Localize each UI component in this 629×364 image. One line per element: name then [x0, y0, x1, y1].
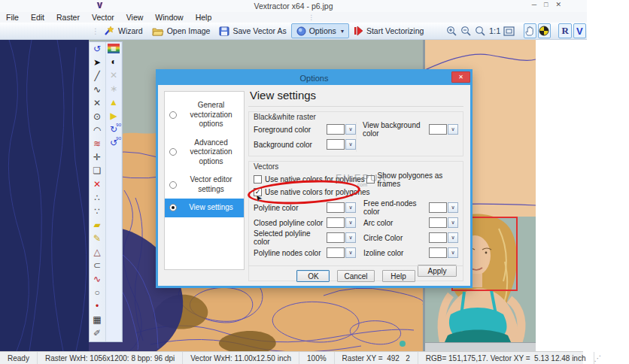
arc-tool-icon[interactable]: ◠ [90, 123, 105, 137]
delete-icon[interactable]: ✕ [90, 177, 105, 191]
fit-to-window-button[interactable] [503, 23, 515, 38]
dialog-close-button[interactable]: ✕ [451, 71, 470, 83]
chevron-down-icon[interactable]: ∨ [345, 217, 356, 228]
color-dropdown[interactable]: ∨ [327, 247, 356, 258]
menu-item[interactable]: Vector [86, 13, 120, 22]
color-dropdown[interactable]: ∨ [429, 202, 458, 213]
palette-icon[interactable]: ▦ [108, 44, 120, 53]
circle-tool-icon[interactable]: ⊙ [90, 110, 105, 123]
polyline-tool-icon[interactable]: ∿ [90, 83, 105, 96]
menu-item[interactable]: View [120, 13, 150, 22]
contrast-icon[interactable]: ◐ [106, 55, 121, 68]
status-segment: Raster XY = 492 2 [335, 352, 418, 364]
menu-item[interactable]: Window [149, 13, 189, 22]
dropdown-arrow-icon[interactable]: ▾ [341, 28, 344, 35]
color-dropdown[interactable]: ∨ [327, 202, 356, 213]
cut-eraser-icon[interactable]: ✎ [90, 232, 105, 245]
undo-icon[interactable]: ↺ [90, 42, 105, 56]
color-setting-row: Polyline color ∨ [254, 200, 356, 215]
checkbox-row[interactable]: ✓ Use native colors for polylines ➤ [254, 173, 366, 186]
status-segment: RGB= 151,175,17. Vector XY = 5.13 12.48 … [418, 352, 594, 364]
pin-tool-icon[interactable]: ✐ [90, 326, 105, 340]
save-vector-as-button[interactable]: Save Vector As [214, 23, 290, 38]
radio-button-icon[interactable] [169, 111, 177, 119]
checkbox-row[interactable]: ✓ Show polygones as frames ➤ [366, 173, 458, 186]
help-button[interactable]: Help [382, 270, 415, 282]
point-tool-icon[interactable]: • [90, 299, 105, 313]
rotate-ccw-icon[interactable]: ↺90 [106, 136, 121, 150]
maximize-icon[interactable]: □ [544, 1, 548, 8]
menu-item[interactable]: Help [190, 13, 218, 22]
color-dropdown[interactable]: ∨ [429, 124, 458, 135]
chevron-down-icon[interactable]: ∨ [345, 247, 356, 258]
radio-button-icon[interactable] [169, 204, 177, 211]
minimize-icon[interactable]: ─ [532, 1, 536, 8]
flip-vertical-icon[interactable]: ▶ [106, 109, 121, 123]
options-nav-item[interactable]: Advanced vectorization options [165, 134, 244, 171]
vector-view-button[interactable]: V [573, 23, 586, 38]
spray-icon[interactable]: ∗ [106, 82, 121, 96]
eraser-icon[interactable]: ▰ [90, 218, 105, 232]
chevron-down-icon[interactable]: ∨ [448, 232, 458, 243]
line-tool-icon[interactable]: ╱ [90, 69, 105, 83]
arc-nodes-icon[interactable]: ⊂ [90, 259, 105, 272]
raster-view-button[interactable]: R [558, 23, 571, 38]
chevron-down-icon[interactable]: ∨ [448, 202, 458, 213]
color-dropdown[interactable]: ∨ [327, 232, 356, 243]
colored-polyline-icon[interactable]: ≋ [90, 137, 105, 150]
simplify-triangle-icon[interactable]: △ [90, 245, 105, 259]
select-cursor-icon[interactable]: ➤ [90, 56, 105, 69]
color-dropdown[interactable]: ∨ [327, 217, 356, 228]
chevron-down-icon[interactable]: ∨ [448, 217, 458, 228]
options-button[interactable]: Options ▾ [291, 23, 349, 38]
grid-icon[interactable]: ▦ [90, 313, 105, 326]
menu-item[interactable]: Raster [50, 13, 86, 22]
checkbox-icon[interactable]: ✓ [366, 175, 375, 184]
chevron-down-icon[interactable]: ∨ [345, 232, 356, 243]
start-vectorizing-button[interactable]: Start Vectorizing [349, 23, 428, 38]
chevron-down-icon[interactable]: ∨ [345, 124, 356, 135]
options-nav-item[interactable]: General vectorization options [165, 96, 244, 134]
color-dropdown[interactable]: ∨ [327, 139, 356, 150]
options-nav-item[interactable]: Vector editor settings [165, 171, 244, 199]
smooth-curve-icon[interactable]: ∿ [90, 272, 105, 286]
zoom-window-button[interactable] [474, 23, 487, 38]
zoom-actual-size-button[interactable]: 1:1 [488, 23, 501, 38]
pan-hand-button[interactable] [524, 23, 536, 38]
options-nav-item[interactable]: View settings [165, 199, 244, 217]
pan-move-icon[interactable]: ✛ [90, 150, 105, 164]
color-dropdown[interactable]: ∨ [429, 217, 458, 228]
save-vector-as-label: Save Vector As [232, 26, 286, 35]
wizard-button[interactable]: Wizard [99, 23, 147, 38]
zoom-out-button[interactable] [460, 23, 473, 38]
color-dropdown[interactable]: ∨ [429, 247, 458, 258]
chevron-down-icon[interactable]: ∨ [448, 124, 458, 135]
close-icon[interactable]: ✕ [555, 1, 561, 8]
ok-button[interactable]: OK [296, 270, 330, 282]
chevron-down-icon[interactable]: ∨ [448, 247, 458, 258]
checkbox-icon[interactable]: ✓ [254, 175, 262, 184]
color-dropdown[interactable]: ∨ [429, 232, 458, 243]
color-dropdown[interactable]: ∨ [327, 124, 356, 135]
radio-button-icon[interactable] [169, 181, 177, 189]
rotate-cw-icon[interactable]: ↻90 [106, 123, 121, 136]
ellipse-node-icon[interactable]: ○ [90, 286, 105, 299]
dialog-title-bar[interactable]: Options ✕ [157, 71, 471, 85]
menu-item[interactable]: Edit [25, 13, 50, 22]
zoom-in-button[interactable] [445, 23, 458, 38]
move-node-icon[interactable]: ∵ [90, 205, 105, 218]
open-image-button[interactable]: Open Image [147, 23, 215, 38]
resize-grip-icon[interactable]: ⋰ [594, 354, 602, 362]
chevron-down-icon[interactable]: ∨ [345, 202, 356, 213]
crossed-tools-icon[interactable]: ✕ [106, 68, 121, 82]
cancel-button[interactable]: Cancel [337, 270, 374, 282]
menu-item[interactable]: File [0, 13, 25, 22]
chevron-down-icon[interactable]: ∨ [345, 139, 356, 150]
add-node-icon[interactable]: ∴ [90, 191, 105, 205]
checkbox-row[interactable]: ✓ Use native colors for polygones ➤ [254, 186, 458, 199]
edit-nodes-icon[interactable]: ✕ [90, 96, 105, 110]
radio-button-icon[interactable] [169, 148, 177, 156]
center-target-button[interactable] [538, 23, 551, 38]
copy-shape-icon[interactable]: ❏ [90, 164, 105, 177]
flip-horizontal-icon[interactable]: ▲ [106, 96, 121, 109]
